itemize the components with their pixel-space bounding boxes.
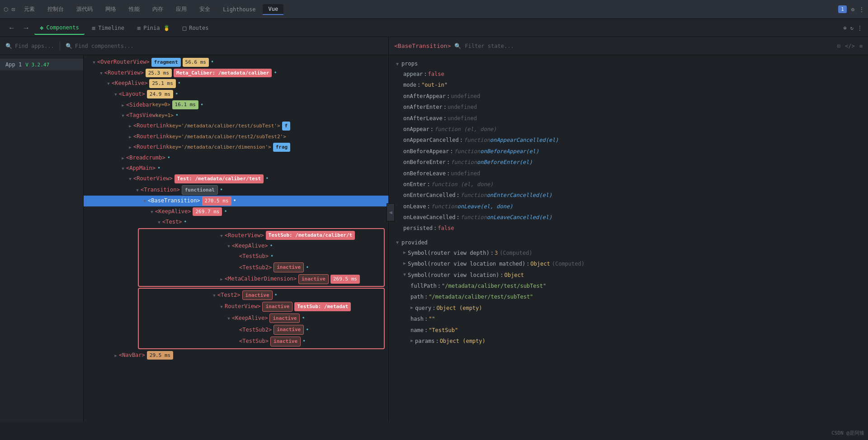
tree-node-basetransition[interactable]: <BaseTransition> 270.5 ms • <box>84 196 388 206</box>
tree-arrow[interactable] <box>113 90 119 98</box>
tree-node-transition[interactable]: <Transition> functional • <box>84 184 388 196</box>
tree-node-breadcrumb[interactable]: <Breadcrumb> • <box>84 153 388 163</box>
tree-node-keepalive-sub[interactable]: <KeepAlive> • <box>139 241 384 251</box>
tree-arrow[interactable] <box>127 122 133 130</box>
tree-arrow[interactable] <box>156 218 162 226</box>
tree-node-appmain[interactable]: <AppMain> • <box>84 163 388 173</box>
tree-node-layout[interactable]: <Layout> 24.9 ms • <box>84 89 388 100</box>
prop-onenter: onEnter : function (el, done) <box>396 179 861 190</box>
tab-pinia[interactable]: ≡ Pinia 🍍 <box>132 22 175 34</box>
tree-node-testsub2[interactable]: <TestSub2> inactive • <box>139 262 384 273</box>
tab-components[interactable]: ❖ Components <box>34 21 85 35</box>
component-tree[interactable]: <OverRouterView> fragment 56.6 ms • <Rou… <box>84 55 388 422</box>
tree-node-routerview-inactive[interactable]: RouterView> inactive TestSub: /metadat <box>139 301 384 313</box>
right-content[interactable]: ▼ props appear : false mode : "out-in" o… <box>389 55 868 422</box>
tree-arrow[interactable] <box>142 197 148 205</box>
settings-right-icon[interactable]: ≡ <box>859 43 863 49</box>
tree-arrow[interactable] <box>211 291 217 300</box>
tree-node-metacaliberdimension[interactable]: <MetaCaliberDimension> inactive 269.5 ms <box>139 273 384 285</box>
badge-functional: functional <box>182 185 218 195</box>
panel-collapse-button[interactable]: ◀ <box>387 203 395 221</box>
tree-node-routerview-1[interactable]: <RouterView> 25.3 ms Meta_Caliber: /meta… <box>84 68 388 79</box>
tree-arrow[interactable] <box>218 231 225 240</box>
chrome-bar: ⬡ ⊡ 元素 控制台 源代码 网络 性能 内存 应用 安全 Lighthouse… <box>0 0 868 19</box>
tree-arrow[interactable] <box>120 101 126 109</box>
more-options-icon[interactable]: ⋮ <box>857 25 863 31</box>
badge-inactive-test2: inactive <box>242 290 273 300</box>
chrome-tab-app[interactable]: 应用 <box>170 4 192 15</box>
chrome-tab-vue[interactable]: Vue <box>263 4 283 15</box>
nav-forward-button[interactable]: → <box>20 22 33 34</box>
tab-timeline[interactable]: ≡ Timeline <box>86 22 130 34</box>
chrome-tab-source[interactable]: 源代码 <box>71 4 98 15</box>
right-panel: <BaseTransition> 🔍 Filter state... ⊡ </>… <box>389 37 868 422</box>
routes-icon: □ <box>183 24 186 32</box>
app-sidebar: App 1 V 3.2.47 <box>0 55 84 422</box>
tree-node-overrouterview[interactable]: <OverRouterView> fragment 56.6 ms • <box>84 57 388 68</box>
tree-node-routerlink-3[interactable]: <RouterLink key='/metadata/caliber/dimen… <box>84 142 388 153</box>
more-icon[interactable]: ⋮ <box>859 6 864 13</box>
find-apps-search[interactable]: 🔍 Find apps... <box>5 43 54 49</box>
ms-badge-keepalive2: 269.7 ms <box>193 207 222 216</box>
tree-arrow[interactable] <box>226 314 232 323</box>
prop-onleave: onLeave : function onLeave(el, done) <box>396 201 861 212</box>
tree-node-test2[interactable]: <Test2> inactive • <box>139 290 384 301</box>
chrome-tab-elements[interactable]: 元素 <box>19 4 40 15</box>
tree-arrow[interactable] <box>120 164 126 173</box>
chrome-tab-lighthouse[interactable]: Lighthouse <box>217 5 261 14</box>
tree-node-keepalive-inactive[interactable]: <KeepAlive> inactive • <box>139 313 384 324</box>
tree-arrow[interactable] <box>127 132 133 141</box>
tree-arrow[interactable] <box>91 58 97 66</box>
filter-search-icon[interactable]: 🔍 <box>454 43 461 49</box>
code-icon[interactable]: </> <box>845 43 855 49</box>
tree-node-routerview-sub[interactable]: <RouterView> TestSub: /metadata/caliber/… <box>139 230 384 241</box>
components-icon: ❖ <box>40 24 43 31</box>
chrome-tab-security[interactable]: 安全 <box>194 4 216 15</box>
tree-arrow[interactable] <box>113 351 119 360</box>
target-icon[interactable]: ⊕ <box>844 25 847 31</box>
chrome-tab-memory[interactable]: 内存 <box>147 4 169 15</box>
tree-node-keepalive-2[interactable]: <KeepAlive> 269.7 ms • <box>84 206 388 217</box>
tree-node-tagsview[interactable]: <TagsView key=1> • <box>84 110 388 121</box>
chrome-tab-console[interactable]: 控制台 <box>42 4 69 15</box>
provided-section-header[interactable]: ▼ provided <box>396 238 861 248</box>
badge-inactive-ka: inactive <box>269 314 300 323</box>
tree-node-routerlink-1[interactable]: <RouterLink key='/metadata/caliber/test/… <box>84 121 388 131</box>
tree-arrow[interactable] <box>226 242 232 250</box>
tree-arrow[interactable] <box>127 174 133 183</box>
tree-arrow[interactable] <box>120 111 126 120</box>
tree-arrow[interactable] <box>98 69 104 77</box>
badge-inactive-testsub2: inactive <box>274 262 304 272</box>
tree-arrow[interactable] <box>149 207 155 216</box>
tab-routes[interactable]: □ Routes <box>177 22 214 34</box>
tree-node-testsub[interactable]: <TestSub> • <box>139 251 384 262</box>
app-item[interactable]: App 1 V 3.2.47 <box>0 59 83 70</box>
tree-arrow[interactable] <box>120 154 126 162</box>
refresh-icon[interactable]: ↻ <box>850 25 854 31</box>
chrome-tab-network[interactable]: 网络 <box>100 4 122 15</box>
tree-node-test[interactable]: <Test> • <box>84 217 388 227</box>
tree-node-routerview-2[interactable]: <RouterView> Test: /metadata/caliber/tes… <box>84 173 388 184</box>
settings-icon[interactable]: ⚙ <box>851 6 854 13</box>
find-components-search[interactable]: 🔍 Find components... <box>66 43 134 49</box>
tree-node-testsub2-inactive[interactable]: <TestSub2> inactive • <box>139 324 384 336</box>
tree-arrow[interactable] <box>134 186 141 194</box>
tree-node-testsub-inactive[interactable]: <TestSub> inactive • <box>139 336 384 347</box>
tree-node-sidebar[interactable]: <Sidebar key=0> 16.1 ms • <box>84 99 388 110</box>
tree-arrow[interactable] <box>127 143 133 151</box>
tree-node-keepalive-1[interactable]: <KeepAlive> 25.1 ms • <box>84 78 388 89</box>
props-section-header[interactable]: ▼ props <box>396 59 861 69</box>
selected-component-name: <BaseTransition> <box>394 42 451 49</box>
nav-back-button[interactable]: ← <box>5 22 18 34</box>
tree-node-routerlink-2[interactable]: <RouterLink key='/metadata/caliber/test2… <box>84 131 388 142</box>
prop-path: path : "/metadata/caliber/test/subTest" <box>396 291 861 302</box>
tree-node-navbar[interactable]: <NavBar> 29.5 ms <box>84 350 388 361</box>
left-panel: 🔍 Find apps... 🔍 Find components... App … <box>0 37 389 422</box>
collapse-arrow-icon: ◀ <box>389 209 392 215</box>
tree-arrow[interactable] <box>105 79 112 88</box>
tree-arrow[interactable] <box>218 275 225 283</box>
tab-pinia-label: Pinia 🍍 <box>143 25 170 31</box>
eye-icon[interactable]: ⊡ <box>837 43 840 49</box>
tree-arrow[interactable] <box>218 302 225 311</box>
chrome-tab-performance[interactable]: 性能 <box>123 4 145 15</box>
